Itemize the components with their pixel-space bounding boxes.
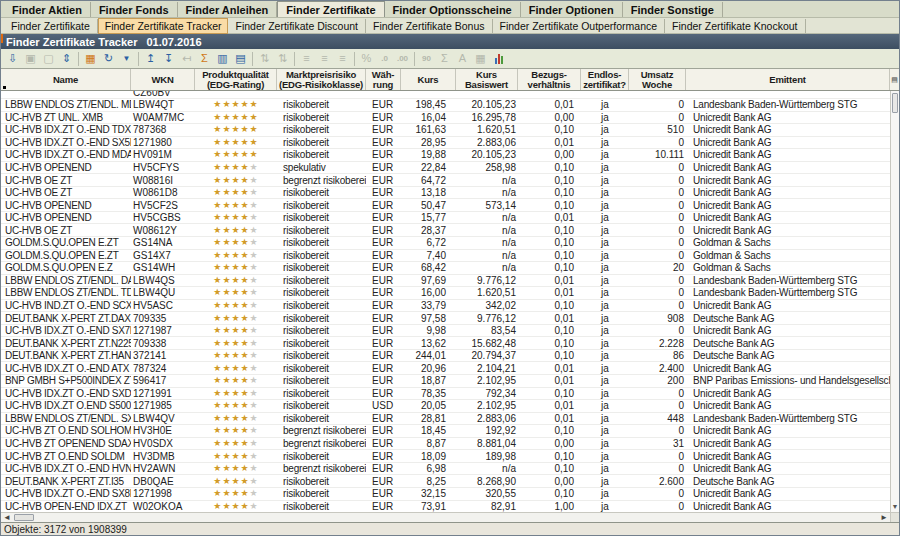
table-row[interactable]: UC-HVB OPENENDHV5CFYS★★★★★spekulativEUR2… xyxy=(1,162,890,175)
view-titlebar: Finder Zertifikate Tracker 01.07.2016 xyxy=(1,34,899,49)
table-row[interactable]: UC-HVB IDX.ZT O.-END ATX787324★★★★★risik… xyxy=(1,362,890,375)
horizontal-scrollbar[interactable]: ◄ ► xyxy=(1,512,899,522)
table-row[interactable]: UC-HVB IDX.ZT O.-END SX8P1271998★★★★★ris… xyxy=(1,488,890,501)
table-row[interactable]: DEUT.BANK X-PERT ZT.N225709338★★★★★risik… xyxy=(1,337,890,350)
column-header-endlos[interactable]: Endlos-zertifikat? xyxy=(581,69,629,90)
cell-rating: ★★★★★ xyxy=(195,275,277,286)
group-grid-icon[interactable]: ▥ xyxy=(214,51,231,67)
table-row[interactable]: LBBW ENDLOS ZT/ENDL. TDXPLBW4QU★★★★★risi… xyxy=(1,287,890,300)
column-header-kurs[interactable]: Kurs xyxy=(401,69,456,90)
column-header-emit[interactable]: Emittent xyxy=(686,69,890,90)
subtab-finder-zertifikate[interactable]: Finder Zertifikate xyxy=(4,19,98,33)
table-row[interactable]: LBBW ENDLOS ZT/ENDL. DAXLBW4QS★★★★★risik… xyxy=(1,275,890,288)
tab-finder-aktien[interactable]: Finder Aktien xyxy=(4,2,91,17)
table-row[interactable]: UC-HVB ZT O.END SOLDMHV3DMB★★★★★risikobe… xyxy=(1,450,890,463)
cell-bezug: 0,01 xyxy=(518,275,581,286)
table-row[interactable]: UC-HVB IDX.ZT O.-END HVNIHV2AWN★★★★★begr… xyxy=(1,463,890,476)
column-header-cur[interactable]: Wäh-rung xyxy=(366,69,401,90)
tab-finder-optionsscheine[interactable]: Finder Optionsscheine xyxy=(385,2,521,17)
tab-finder-optionen[interactable]: Finder Optionen xyxy=(521,2,623,17)
tab-finder-anleihen[interactable]: Finder Anleihen xyxy=(178,2,278,17)
export-icon[interactable]: ⇩ xyxy=(4,51,21,67)
star-filled-icon: ★ xyxy=(213,149,222,159)
cell-bezug: 0,10 xyxy=(518,463,581,474)
cell-name: UC-HVB IDX.ZT O.-END TDXP xyxy=(1,124,131,135)
table-row[interactable]: UC-HVB ZT O.END SOLHOMEHV3H0E★★★★★begren… xyxy=(1,425,890,438)
cell-rating: ★★★★★ xyxy=(195,313,277,324)
vertical-scrollbar-thumb[interactable] xyxy=(892,93,898,113)
tab-finder-zertifikate[interactable]: Finder Zertifikate xyxy=(277,1,384,17)
table-row[interactable]: UC-HVB OPENENDHV5CF2S★★★★★risikobereitEU… xyxy=(1,199,890,212)
table-row[interactable]: UC-HVB OPENENDHV5CGBS★★★★★risikobereitEU… xyxy=(1,212,890,225)
table-row[interactable]: DEUT.BANK X-PERT ZT.DAX709335★★★★★risiko… xyxy=(1,312,890,325)
table-row[interactable]: UC-HVB IDX.ZT O.-END TDXP787368★★★★★risi… xyxy=(1,124,890,137)
column-options-icon[interactable]: ▤ xyxy=(890,69,899,90)
cell-risk: begrenzt risikobereit xyxy=(277,463,366,474)
chart-icon[interactable] xyxy=(490,51,507,67)
table-row[interactable]: DEUT.BANK X-PERT ZT.I35DB0QAE★★★★★risiko… xyxy=(1,475,890,488)
new-window-icon[interactable]: ▦ xyxy=(82,51,99,67)
table-row[interactable]: BNP GMBH S+P500INDEX ZT.596417★★★★★risik… xyxy=(1,375,890,388)
table-row[interactable]: LBBW ENDLOS ZT/ENDL. SX5ELBW4QV★★★★★risi… xyxy=(1,413,890,426)
cell-emit: Unicredit Bank AG xyxy=(686,388,890,399)
cell-wkn: 1271987 xyxy=(131,325,195,336)
cell-endlos: ja xyxy=(581,313,629,324)
table-row[interactable]: UC-HVB IDX.ZT O.END S5001271985★★★★★risi… xyxy=(1,400,890,413)
cell-kurs: 18,87 xyxy=(401,375,456,386)
cell-endlos: ja xyxy=(581,162,629,173)
column-header-risk[interactable]: Marktpreisrisiko(EDG-Risikoklasse) xyxy=(277,69,366,90)
column-header-basis[interactable]: KursBasiswert xyxy=(456,69,518,90)
subtab-finder-zertifikate-knockout[interactable]: Finder Zertifikate Knockout xyxy=(665,19,805,33)
table-row-partial[interactable]: CZ60BV xyxy=(1,91,890,99)
column-header-umsatz[interactable]: UmsatzWoche xyxy=(629,69,686,90)
insert-row-above-icon[interactable]: ↥ xyxy=(142,51,159,67)
table-row[interactable]: UC-HVB IDX.ZT O.-END SX7E1271987★★★★★ris… xyxy=(1,325,890,338)
column-header-name[interactable]: Name xyxy=(1,69,131,90)
table-row[interactable]: GOLDM.S.QU.OPEN E.ZGS14WH★★★★★risikobere… xyxy=(1,262,890,275)
insert-row-below-icon[interactable]: ↧ xyxy=(160,51,177,67)
table-row[interactable]: UC-HVB IDX.ZT O.-END MDAXHV091M★★★★★risi… xyxy=(1,149,890,162)
column-header-bezug[interactable]: Bezugs-verhältnis xyxy=(518,69,581,90)
cell-name: GOLDM.S.QU.OPEN E.Z xyxy=(1,262,131,273)
fit-height-icon[interactable]: ⇕ xyxy=(58,51,75,67)
tab-finder-sonstige[interactable]: Finder Sonstige xyxy=(623,2,723,17)
horizontal-scrollbar-thumb[interactable] xyxy=(14,514,34,521)
subtab-finder-zertifikate-tracker[interactable]: Finder Zertifikate Tracker xyxy=(98,18,229,34)
refresh-icon[interactable]: ↻ xyxy=(100,51,117,67)
cell-basis: n/a xyxy=(456,250,518,261)
column-header-rating[interactable]: Produktqualität(EDG-Rating) xyxy=(195,69,277,90)
subtab-finder-zertifikate-outperformance[interactable]: Finder Zertifikate Outperformance xyxy=(493,19,666,33)
outline-grid-icon[interactable]: ▤ xyxy=(232,51,249,67)
table-row[interactable]: LBBW ENDLOS ZT/ENDL. MDAXLBW4QT★★★★★risi… xyxy=(1,99,890,112)
cell-emit: Goldman & Sachs xyxy=(686,262,890,273)
vertical-scrollbar[interactable]: ▼ xyxy=(890,91,899,512)
filter-icon[interactable]: ▼ xyxy=(118,51,135,67)
table-row[interactable]: UC-HVB ZT UNL. XMBW0AM7MC★★★★★risikobere… xyxy=(1,112,890,125)
table-row[interactable]: UC-HVB OE ZTW08612Y★★★★★risikobereitEUR2… xyxy=(1,224,890,237)
scroll-down-icon[interactable]: ▼ xyxy=(891,502,899,512)
column-header-wkn[interactable]: WKN xyxy=(131,69,195,90)
table-row[interactable]: GOLDM.S.QU.OPEN E.ZTGS14NA★★★★★risikober… xyxy=(1,237,890,250)
subtab-finder-zertifikate-bonus[interactable]: Finder Zertifikate Bonus xyxy=(366,19,492,33)
star-filled-icon: ★ xyxy=(231,275,240,285)
table-row[interactable]: UC-HVB IDX.ZT O.-END SX5E1271980★★★★★ris… xyxy=(1,137,890,150)
tab-finder-fonds[interactable]: Finder Fonds xyxy=(91,2,178,17)
scroll-right-icon[interactable]: ► xyxy=(878,513,890,522)
scroll-left-icon[interactable]: ◄ xyxy=(1,513,13,522)
cell-umsatz: 0 xyxy=(629,325,686,336)
table-row[interactable]: UC-HVB ZT OPENEND SDAXIHV0SDX★★★★★begren… xyxy=(1,438,890,451)
table-row[interactable]: UC-HVB OE ZTW08816I★★★★★begrenzt risikob… xyxy=(1,174,890,187)
table-row[interactable]: UC-HVB IND.ZT O.-END SCXTHV5ASC★★★★★risi… xyxy=(1,300,890,313)
table-row[interactable]: DEUT.BANK X-PERT ZT.HANG372141★★★★★risik… xyxy=(1,350,890,363)
table-row[interactable]: UC-HVB IDX.ZT O.-END SXDE1271991★★★★★ris… xyxy=(1,388,890,401)
cell-umsatz: 0 xyxy=(629,200,686,211)
table-row[interactable]: GOLDM.S.QU.OPEN E.ZTGS14X7★★★★★risikober… xyxy=(1,250,890,263)
cell-rating: ★★★★★ xyxy=(195,300,277,311)
table-row[interactable]: UC-HVB OPEN-END IDX.ZTW02OKOA★★★★★risiko… xyxy=(1,501,890,513)
cell-basis: 20.105,23 xyxy=(456,149,518,160)
table-row[interactable]: UC-HVB OE ZTW0861D8★★★★★risikobereitEUR1… xyxy=(1,187,890,200)
subtotal-icon[interactable]: Σ xyxy=(196,51,213,67)
subtab-finder-zertifikate-discount[interactable]: Finder Zertifikate Discount xyxy=(228,19,366,33)
cell-kurs: 28,81 xyxy=(401,413,456,424)
cell-name: UC-HVB OPEN-END IDX.ZT xyxy=(1,501,131,512)
